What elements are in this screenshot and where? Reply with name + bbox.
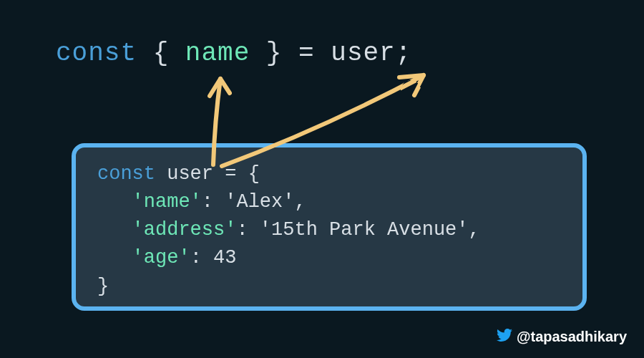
key-address: 'address': [132, 219, 237, 241]
equals: =: [298, 39, 331, 68]
val-address: '15th Park Avenue': [260, 219, 469, 241]
twitter-icon: [497, 327, 512, 347]
source-var: user: [331, 39, 395, 68]
rbrace: }: [250, 39, 298, 68]
attribution: @tapasadhikary: [497, 327, 627, 347]
val-age: 43: [213, 247, 236, 268]
key-name: 'name': [132, 191, 202, 213]
closing-brace: }: [97, 276, 109, 297]
attribution-handle: @tapasadhikary: [517, 329, 627, 345]
key-age: 'age': [132, 247, 190, 268]
lbrace: {: [137, 39, 185, 68]
semicolon: ;: [396, 39, 412, 68]
val-alex: 'Alex': [225, 191, 294, 213]
destructuring-line: const { name } = user;: [56, 39, 411, 68]
const-keyword: const: [56, 39, 137, 68]
prop-name: name: [185, 39, 250, 68]
user-object-box: const user = { 'name': 'Alex', 'address'…: [72, 143, 587, 311]
const-keyword-2: const: [97, 163, 155, 185]
user-decl: user = {: [155, 163, 260, 185]
